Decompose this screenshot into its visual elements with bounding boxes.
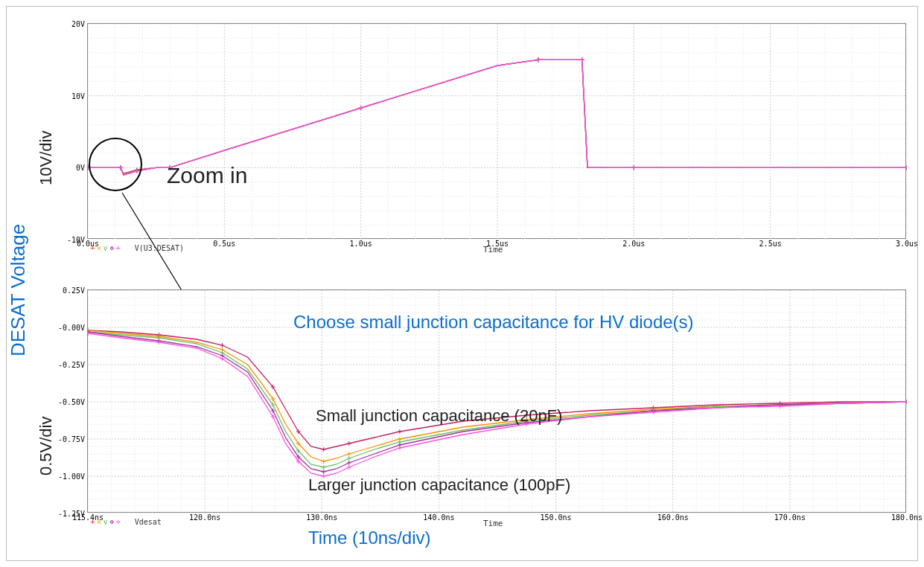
x-axis-title: Time (10ns/div)	[308, 528, 430, 548]
xtick-label: 180.0ns	[891, 513, 923, 522]
xtick-label: 160.0ns	[657, 513, 689, 522]
ytick-label: -0.75V	[58, 435, 85, 443]
lower-legend: +×∨⋄+ Vdesat	[90, 517, 162, 527]
xtick-label: 130.0ns	[306, 513, 337, 522]
xtick-label: 140.0ns	[423, 513, 454, 522]
ytick-label: 0.25V	[63, 286, 85, 295]
ytick-label: -1.00V	[58, 472, 85, 481]
trace-60pF	[88, 332, 907, 467]
ytick-label: -0.50V	[58, 398, 85, 406]
ytick-label: -0.25V	[58, 361, 85, 369]
ytick-label: -0.00V	[58, 324, 85, 332]
small-cap-label: Small junction capacitance (20pF)	[316, 406, 562, 426]
figure-container: DESAT Voltage 10V/div 0.5V/div 20V10V0V-…	[6, 6, 918, 561]
large-cap-label: Larger junction capacitance (100pF)	[308, 475, 570, 495]
lower-x-title: Time	[483, 519, 503, 528]
xtick-label: 150.0ns	[540, 513, 571, 522]
lower-legend-text: Vdesat	[135, 518, 162, 526]
xtick-label: 120.0ns	[189, 513, 220, 522]
guidance-note: Choose small junction capacitance for HV…	[293, 312, 694, 333]
xtick-label: 170.0ns	[774, 513, 806, 522]
